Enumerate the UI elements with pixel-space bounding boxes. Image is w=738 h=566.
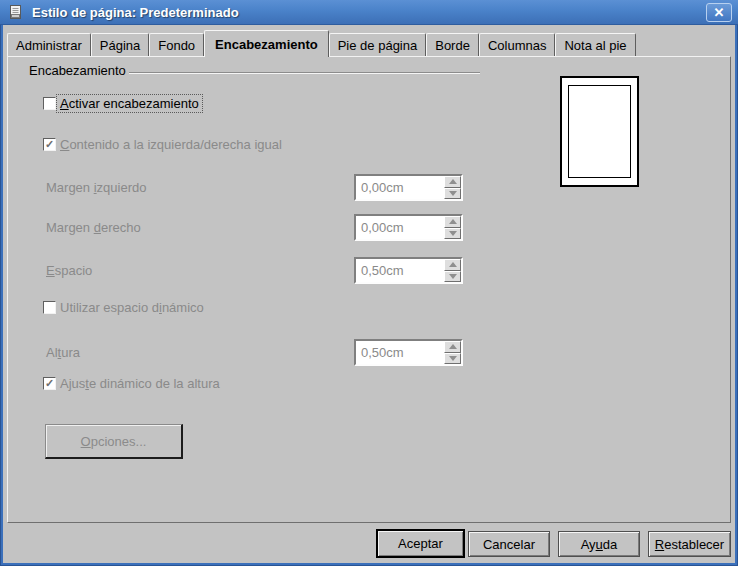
group-divider-line: [129, 72, 480, 74]
tab-fondo[interactable]: Fondo: [149, 33, 204, 56]
spin-up-icon[interactable]: [444, 341, 461, 353]
spin-down-icon[interactable]: [444, 271, 461, 283]
spacing-value[interactable]: 0,50cm: [356, 259, 444, 282]
close-icon[interactable]: ✕: [706, 3, 732, 22]
tab-page-header: Encabezamiento Activar encabezamiento ✓ …: [7, 56, 731, 523]
left-margin-spinbox[interactable]: 0,00cm: [354, 174, 463, 201]
ok-button[interactable]: Aceptar: [376, 529, 465, 558]
spin-down-icon[interactable]: [444, 353, 461, 365]
header-on-checkbox[interactable]: [43, 97, 56, 110]
tab-borde[interactable]: Borde: [426, 33, 479, 56]
tab-bar: Administrar Página Fondo Encabezamiento …: [7, 30, 636, 56]
spin-up-icon[interactable]: [444, 176, 461, 188]
same-content-checkbox[interactable]: ✓: [43, 138, 56, 151]
right-margin-spinbox[interactable]: 0,00cm: [354, 214, 463, 241]
autofit-height-checkbox-label: Ajuste dinámico de la altura: [60, 377, 220, 391]
tab-pagina[interactable]: Página: [91, 33, 149, 56]
window-title: Estilo de página: Predeterminado: [32, 5, 239, 20]
same-content-checkbox-label: Contenido a la izquierda/derecha igual: [60, 138, 282, 152]
tab-columnas[interactable]: Columnas: [479, 33, 556, 56]
spacing-label: Espacio: [46, 264, 92, 278]
height-label: Altura: [46, 346, 80, 360]
spin-down-icon[interactable]: [444, 228, 461, 240]
page-preview-text-area: [568, 85, 631, 178]
spin-up-icon[interactable]: [444, 216, 461, 228]
dynamic-spacing-checkbox[interactable]: [43, 301, 56, 314]
check-icon: ✓: [45, 139, 54, 150]
left-margin-value[interactable]: 0,00cm: [356, 176, 444, 199]
right-margin-label: Margen derecho: [46, 221, 141, 235]
page-preview: [560, 76, 639, 187]
tab-nota-al-pie[interactable]: Nota al pie: [555, 33, 635, 56]
tab-encabezamiento[interactable]: Encabezamiento: [204, 30, 329, 57]
page-style-dialog: Estilo de página: Predeterminado ✕ Admin…: [0, 0, 738, 566]
cancel-button[interactable]: Cancelar: [468, 531, 550, 557]
dialog-body: Administrar Página Fondo Encabezamiento …: [3, 25, 735, 563]
group-title: Encabezamiento: [29, 64, 126, 78]
autofit-height-checkbox[interactable]: ✓: [43, 377, 56, 390]
help-button[interactable]: Ayuda: [558, 531, 640, 557]
height-value[interactable]: 0,50cm: [356, 341, 444, 364]
header-on-checkbox-label[interactable]: Activar encabezamiento: [56, 94, 203, 113]
spacing-spinbox[interactable]: 0,50cm: [354, 257, 463, 284]
titlebar: Estilo de página: Predeterminado ✕: [0, 0, 738, 25]
tab-pie-de-pagina[interactable]: Pie de página: [329, 33, 427, 56]
spin-up-icon[interactable]: [444, 259, 461, 271]
left-margin-label: Margen izquierdo: [46, 181, 146, 195]
check-icon: ✓: [45, 378, 54, 389]
more-options-button[interactable]: Opciones...: [45, 424, 183, 459]
right-margin-value[interactable]: 0,00cm: [356, 216, 444, 239]
spin-down-icon[interactable]: [444, 188, 461, 200]
tab-administrar[interactable]: Administrar: [7, 33, 91, 56]
dynamic-spacing-checkbox-label: Utilizar espacio dinámico: [60, 301, 204, 315]
document-icon: [8, 4, 24, 20]
height-spinbox[interactable]: 0,50cm: [354, 339, 463, 366]
reset-button[interactable]: Restablecer: [648, 531, 731, 557]
